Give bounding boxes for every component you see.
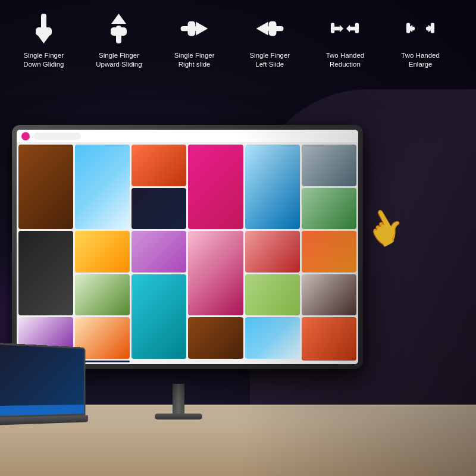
finger-left-icon — [252, 9, 287, 48]
monitor-stand — [173, 384, 184, 414]
svg-marker-7 — [196, 21, 208, 35]
screen-content — [17, 130, 358, 364]
gesture-label-left2: Left Slide — [255, 60, 284, 69]
gesture-label-reduction: Two Handed — [326, 51, 365, 60]
pin-card — [302, 188, 356, 230]
pin-card — [245, 231, 300, 273]
laptop-taskbar — [0, 405, 84, 416]
pin-card — [131, 188, 186, 230]
svg-rect-13 — [331, 23, 334, 33]
monitor-screen — [17, 130, 358, 364]
pin-card — [245, 145, 300, 229]
gesture-item-enlarge: Two Handed Enlarge — [386, 9, 455, 69]
pin-card — [188, 145, 243, 229]
gesture-label-right: Single Finger — [174, 51, 215, 60]
svg-marker-17 — [346, 24, 350, 32]
svg-rect-11 — [268, 21, 276, 36]
gesture-label-right2: Right slide — [178, 60, 211, 69]
screen-header — [17, 130, 358, 143]
finger-right-icon — [177, 9, 212, 48]
pin-card — [131, 231, 186, 273]
gesture-label-up: Single Finger — [99, 51, 139, 60]
gestures-section: Single Finger Down Gliding Single Finger… — [6, 9, 458, 69]
pin-card — [302, 317, 356, 361]
pin-card — [131, 145, 186, 186]
pin-card — [245, 274, 300, 316]
finger-up-icon — [101, 9, 137, 48]
gesture-item-down: Single Finger Down Gliding — [10, 9, 78, 69]
monitor-base — [155, 414, 202, 419]
gesture-item-up: Single Finger Upward Sliding — [84, 9, 153, 69]
pin-card — [131, 274, 186, 359]
pin-card — [75, 274, 130, 316]
pin-card — [18, 231, 73, 315]
gesture-label-reduction2: Reduction — [330, 60, 361, 69]
svg-rect-16 — [355, 23, 359, 33]
gesture-label-enlarge: Two Handed — [401, 51, 440, 60]
pin-card — [75, 145, 130, 229]
pinch-in-icon — [327, 9, 363, 48]
svg-marker-4 — [111, 14, 126, 24]
search-bar — [33, 133, 81, 140]
monitor — [12, 125, 363, 369]
pinch-out-icon — [403, 9, 439, 48]
svg-rect-8 — [188, 21, 196, 36]
gesture-label-down2: Down Gliding — [23, 60, 64, 69]
svg-rect-2 — [36, 27, 52, 36]
pin-card — [18, 145, 73, 229]
svg-marker-10 — [256, 21, 268, 35]
pin-card — [188, 231, 243, 315]
gesture-item-reduction: Two Handed Reduction — [311, 9, 379, 69]
laptop — [0, 342, 96, 443]
pin-card — [302, 274, 356, 316]
pin-card — [75, 231, 130, 273]
laptop-screen — [0, 342, 85, 418]
gesture-item-right: Single Finger Right slide — [160, 9, 228, 69]
gesture-label-up2: Upward Sliding — [96, 60, 142, 69]
scene: Single Finger Down Gliding Single Finger… — [0, 0, 476, 476]
svg-marker-14 — [340, 24, 343, 32]
finger-down-icon — [26, 9, 61, 48]
monitor-frame — [12, 125, 363, 369]
gesture-label-enlarge2: Enlarge — [409, 60, 433, 69]
app-icon — [21, 132, 30, 140]
pin-card — [188, 317, 243, 359]
svg-rect-5 — [111, 27, 127, 36]
pin-card — [302, 231, 356, 273]
gesture-label-left: Single Finger — [249, 51, 290, 60]
gesture-label-down: Single Finger — [23, 51, 64, 60]
gesture-item-left: Single Finger Left Slide — [236, 9, 304, 69]
pin-card — [245, 317, 300, 359]
pin-card — [302, 145, 356, 186]
